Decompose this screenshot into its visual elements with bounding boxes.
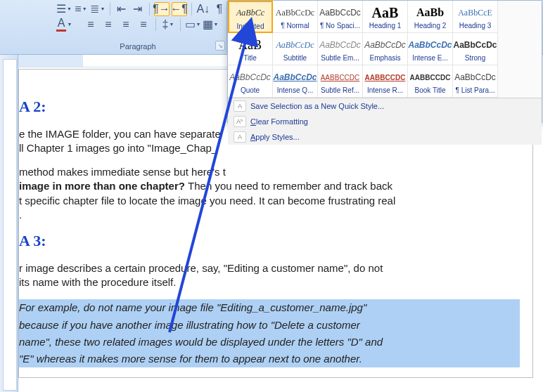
increase-indent-button[interactable]: ⇥ xyxy=(131,2,145,16)
body-text: t specific chapter file to locate the im… xyxy=(19,194,520,208)
style-book-title[interactable]: AABBCCDCBook Title xyxy=(408,65,453,98)
multilevel-list-button[interactable]: ≣▼ xyxy=(90,2,106,16)
style-strong[interactable]: AaBbCcDcStrong xyxy=(453,33,498,65)
style-preview: AABBCCDC xyxy=(319,68,362,86)
paragraph-group: ☰▼ ≡▼ ≣▼ ⇤ ⇥ ¶→ ←¶ A↓ ¶ A▼ ≡ ≡ ≡ ≡ ‡▼ ▭▼… xyxy=(56,0,226,42)
new-style-icon: A xyxy=(234,100,246,112)
save-selection-style-item[interactable]: A Save Selection as a New Quick Style... xyxy=(228,98,542,114)
style-preview: AaBbCcDc xyxy=(453,68,497,86)
style-intense-e-[interactable]: AaBbCcDcIntense E... xyxy=(408,33,453,65)
menu-label: Apply Styles... xyxy=(250,133,300,141)
style-preview: AaB xyxy=(237,36,263,54)
style-preview: AaBbCc xyxy=(235,4,266,22)
style-subtle-em-[interactable]: AaBbCcDcSubtle Em... xyxy=(318,33,363,65)
style-name-label: Heading 2 xyxy=(414,22,447,30)
style-name-label: Intense E... xyxy=(412,54,448,62)
body-text: its name with the procedure itself. xyxy=(19,275,520,289)
style-preview: AaBbCcDc xyxy=(318,36,362,54)
style-name-label: Subtle Em... xyxy=(321,54,359,62)
menu-label: Save Selection as a New Quick Style... xyxy=(250,102,384,110)
shading-button[interactable]: ▭▼ xyxy=(185,18,200,32)
style-subtle-ref-[interactable]: AABBCCDCSubtle Ref... xyxy=(318,65,363,98)
style-preview: AaBbCcE xyxy=(456,4,494,22)
style-preview: AaBbCcDc xyxy=(407,36,454,54)
decrease-indent-button[interactable]: ⇤ xyxy=(115,2,129,16)
numbering-button[interactable]: ≡▼ xyxy=(74,2,88,16)
style-name-label: Strong xyxy=(465,54,485,62)
style-name-label: Heading 3 xyxy=(459,22,492,30)
style--normal[interactable]: AaBbCcDc¶ Normal xyxy=(273,1,318,33)
paragraph-group-label: Paragraph xyxy=(56,42,219,51)
body-text: image in more than one chapter? Then you… xyxy=(19,179,520,193)
clear-formatting-item[interactable]: Aᵇ Clear Formatting xyxy=(228,114,542,129)
line-spacing-button[interactable]: ‡▼ xyxy=(160,18,176,32)
styles-gallery: AaBbCcIndentedAaBbCcDc¶ NormalAaBbCcDc¶ … xyxy=(227,0,542,123)
style-name-label: Intense R... xyxy=(367,86,403,94)
vertical-ruler xyxy=(0,55,18,392)
heading-idea-3: A 3: xyxy=(19,230,520,251)
style-subtitle[interactable]: AaBbCcDcSubtitle xyxy=(273,33,318,65)
selected-text[interactable]: "E" whereas it makes more sense for them… xyxy=(19,351,520,367)
body-text: . xyxy=(19,208,520,222)
style-name-label: Heading 1 xyxy=(369,22,402,30)
style-intense-q-[interactable]: AaBbCcDcIntense Q... xyxy=(273,65,318,98)
style-heading-3[interactable]: AaBbCcEHeading 3 xyxy=(453,1,498,33)
style-indented[interactable]: AaBbCcIndented xyxy=(228,1,273,33)
style-intense-r-[interactable]: AABBCCDCIntense R... xyxy=(363,65,408,98)
body-text: method makes immediate sense but here's … xyxy=(19,165,520,179)
menu-label: Clear Formatting xyxy=(250,117,308,126)
selected-text[interactable]: name", these two related images would be… xyxy=(19,334,520,351)
ltr-direction-button[interactable]: ¶→ xyxy=(154,2,170,16)
paragraph-dialog-launcher[interactable]: ↘ xyxy=(215,41,225,51)
style-preview: AaBbCcDc xyxy=(272,68,319,86)
selected-text[interactable]: because if you have another image illust… xyxy=(19,317,520,334)
clear-formatting-icon: Aᵇ xyxy=(234,116,246,127)
show-paragraph-marks-button[interactable]: ¶ xyxy=(212,2,226,16)
style-preview: AABBCCDC xyxy=(364,68,407,86)
apply-styles-icon: A xyxy=(234,131,246,143)
styles-menu: A Save Selection as a New Quick Style...… xyxy=(228,98,542,145)
style-heading-1[interactable]: AaBHeading 1 xyxy=(363,1,408,33)
style-heading-2[interactable]: AaBbHeading 2 xyxy=(408,1,453,33)
style-name-label: Book Title xyxy=(415,86,446,94)
style-name-label: Indented xyxy=(237,22,264,30)
style-name-label: Subtitle xyxy=(283,54,307,62)
selected-text[interactable]: For example, do not name your image file… xyxy=(19,299,520,316)
style-name-label: Title xyxy=(243,54,257,62)
style-name-label: ¶ List Para... xyxy=(456,86,495,94)
justify-button[interactable]: ≡ xyxy=(136,18,151,32)
style-emphasis[interactable]: AaBbCcDcEmphasis xyxy=(363,33,408,65)
borders-button[interactable]: ▦▼ xyxy=(203,18,218,32)
font-color-button[interactable]: A▼ xyxy=(56,18,72,32)
style--list-para-[interactable]: AaBbCcDc¶ List Para... xyxy=(453,65,498,98)
style-name-label: Quote xyxy=(241,86,260,94)
style-preview: AaBbCcDc xyxy=(274,4,316,22)
style-preview: AaBbCcDc xyxy=(275,36,316,54)
style-name-label: ¶ Normal xyxy=(281,22,309,30)
align-left-button[interactable]: ≡ xyxy=(83,18,98,32)
style--no-spaci-[interactable]: AaBbCcDc¶ No Spaci... xyxy=(318,1,363,33)
align-center-button[interactable]: ≡ xyxy=(101,18,116,32)
style-preview: AaBbCcDc xyxy=(452,36,499,54)
align-right-button[interactable]: ≡ xyxy=(118,18,134,32)
style-preview: AaBb xyxy=(415,4,445,22)
style-preview: AABBCCDC xyxy=(409,68,452,86)
style-preview: AaBbCcDc xyxy=(228,68,272,86)
rtl-direction-button[interactable]: ←¶ xyxy=(172,2,187,16)
style-name-label: ¶ No Spaci... xyxy=(320,22,360,30)
apply-styles-item[interactable]: A Apply Styles... xyxy=(228,129,542,145)
style-name-label: Intense Q... xyxy=(277,86,314,94)
style-preview: AaBbCcDc xyxy=(318,4,362,22)
style-preview: AaBbCcDc xyxy=(363,36,407,54)
style-title[interactable]: AaBTitle xyxy=(228,33,273,65)
body-text: r image describes a certain procedure, s… xyxy=(19,261,520,275)
style-quote[interactable]: AaBbCcDcQuote xyxy=(228,65,273,98)
style-name-label: Subtle Ref... xyxy=(321,86,359,94)
bullets-button[interactable]: ☰▼ xyxy=(56,2,72,16)
sort-button[interactable]: A↓ xyxy=(196,2,210,16)
style-name-label: Emphasis xyxy=(370,54,401,62)
style-preview: AaB xyxy=(371,4,400,22)
